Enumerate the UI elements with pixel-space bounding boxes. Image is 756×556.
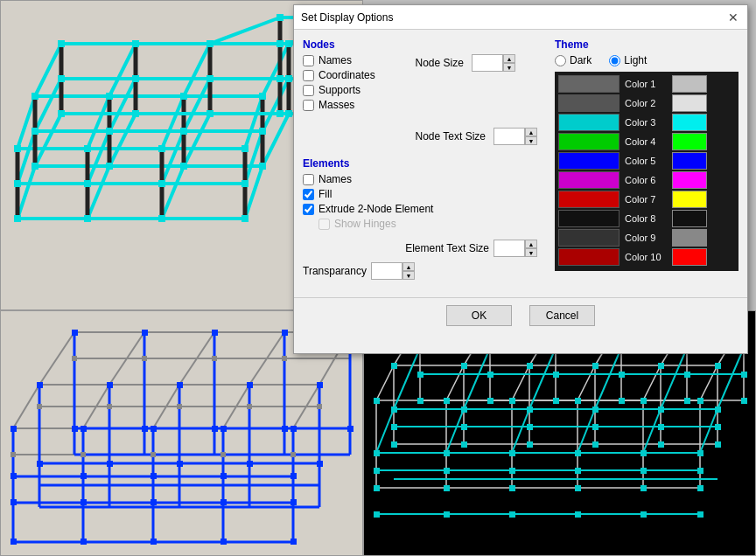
node-size-row: Node Size 6 ▲ ▼ (416, 54, 538, 72)
color-swatch-right-4[interactable] (672, 133, 707, 150)
svg-rect-150 (72, 330, 78, 336)
color-swatch-left-2[interactable] (558, 94, 620, 112)
color-swatch-left-1[interactable] (558, 75, 620, 93)
node-text-size-down-btn[interactable]: ▼ (525, 136, 537, 145)
svg-rect-82 (242, 145, 248, 152)
dark-theme-radio-input[interactable] (555, 55, 566, 66)
svg-rect-323 (509, 468, 515, 474)
svg-rect-336 (575, 511, 581, 518)
svg-rect-280 (487, 398, 494, 404)
color-swatch-right-6[interactable] (672, 171, 707, 189)
element-text-size-input[interactable]: 8.0 (494, 240, 525, 257)
elements-names-label: Names (318, 173, 352, 185)
color-swatch-left-7[interactable] (558, 191, 620, 208)
color-swatch-left-10[interactable] (558, 248, 620, 266)
transparency-spinner-buttons: ▲ ▼ (402, 262, 415, 280)
color-swatch-right-10[interactable] (672, 248, 707, 266)
node-size-down-btn[interactable]: ▼ (503, 63, 515, 72)
node-text-size-input[interactable]: 8.0 (494, 128, 525, 145)
node-size-up-btn[interactable]: ▲ (503, 54, 515, 63)
svg-rect-80 (84, 145, 91, 152)
node-size-input[interactable]: 6 (472, 54, 503, 72)
node-size-spinner: 6 ▲ ▼ (472, 54, 515, 72)
color-swatch-right-7[interactable] (672, 191, 707, 208)
svg-rect-163 (220, 426, 227, 432)
dialog-body: Nodes Names Coordinates Supports (294, 30, 747, 288)
svg-rect-186 (80, 539, 87, 545)
fill-checkbox[interactable] (303, 189, 314, 200)
svg-rect-278 (741, 372, 747, 378)
color-swatch-left-9[interactable] (558, 229, 620, 247)
svg-rect-318 (575, 450, 581, 456)
color-swatch-right-5[interactable] (672, 152, 707, 170)
svg-rect-289 (658, 363, 664, 369)
color-row-8: Color 8 (558, 210, 735, 227)
color-label-4: Color 4 (625, 136, 667, 147)
color-swatch-right-3[interactable] (672, 114, 707, 131)
svg-rect-333 (374, 511, 380, 518)
element-text-size-down-btn[interactable]: ▼ (525, 248, 537, 257)
extrude-checkbox-row: Extrude 2-Node Element (303, 203, 546, 215)
node-text-size-row: Node Text Size 8.0 ▲ ▼ (416, 128, 538, 145)
node-text-size-up-btn[interactable]: ▲ (525, 128, 537, 136)
coordinates-checkbox[interactable] (303, 70, 314, 81)
theme-label: Theme (555, 38, 738, 51)
color-label-6: Color 6 (625, 175, 667, 185)
color-swatch-left-6[interactable] (558, 171, 620, 189)
svg-rect-64 (132, 110, 139, 117)
color-label-8: Color 8 (625, 213, 667, 224)
svg-rect-59 (58, 75, 65, 82)
svg-rect-331 (640, 485, 647, 491)
svg-rect-327 (374, 485, 380, 491)
color-swatch-right-2[interactable] (672, 94, 707, 112)
nodes-checkboxes: Names Coordinates Supports Masses (303, 54, 375, 114)
masses-checkbox[interactable] (303, 100, 314, 111)
show-hinges-checkbox-row: Show Hinges (318, 218, 546, 230)
svg-rect-177 (150, 473, 157, 479)
elements-names-checkbox[interactable] (303, 174, 314, 185)
elements-section-label: Elements (303, 157, 546, 170)
coordinates-checkbox-row: Coordinates (303, 69, 375, 81)
svg-rect-174 (317, 461, 323, 467)
element-text-size-label: Element Text Size (405, 242, 489, 254)
element-text-size-up-btn[interactable]: ▲ (525, 240, 537, 248)
light-theme-radio-input[interactable] (609, 55, 620, 66)
svg-rect-193 (282, 356, 287, 361)
show-hinges-label: Show Hinges (334, 218, 396, 230)
svg-rect-158 (247, 382, 253, 388)
svg-rect-301 (658, 424, 664, 430)
color-label-2: Color 2 (625, 98, 667, 108)
transparency-input[interactable]: 0.6 (371, 262, 402, 280)
svg-rect-297 (391, 424, 397, 430)
svg-rect-90 (242, 215, 248, 222)
svg-rect-299 (527, 424, 533, 430)
svg-rect-322 (444, 468, 450, 474)
names-checkbox[interactable] (303, 55, 314, 66)
svg-rect-316 (444, 450, 450, 456)
transparency-up-btn[interactable]: ▲ (402, 262, 415, 271)
svg-rect-326 (697, 468, 704, 474)
color-swatch-left-8[interactable] (558, 210, 620, 227)
color-swatch-right-8[interactable] (672, 210, 707, 227)
svg-rect-305 (527, 441, 533, 448)
svg-rect-311 (509, 398, 515, 404)
color-swatch-right-9[interactable] (672, 229, 707, 247)
show-hinges-checkbox[interactable] (318, 219, 330, 230)
cancel-button[interactable]: Cancel (529, 305, 595, 326)
transparency-down-btn[interactable]: ▼ (402, 271, 415, 280)
svg-rect-315 (374, 450, 380, 456)
color-row-2: Color 2 (558, 94, 735, 112)
supports-checkbox[interactable] (303, 85, 314, 96)
color-swatch-left-4[interactable] (558, 133, 620, 150)
ok-button[interactable]: OK (446, 305, 512, 326)
close-button[interactable]: ✕ (726, 10, 740, 24)
color-swatch-left-5[interactable] (558, 152, 620, 170)
color-swatch-right-1[interactable] (672, 75, 707, 93)
svg-rect-81 (158, 145, 165, 152)
svg-rect-76 (106, 163, 113, 170)
svg-rect-87 (14, 215, 21, 222)
color-row-6: Color 6 (558, 171, 735, 189)
extrude-checkbox[interactable] (303, 204, 314, 215)
svg-rect-285 (391, 363, 397, 369)
color-swatch-left-3[interactable] (558, 114, 620, 131)
